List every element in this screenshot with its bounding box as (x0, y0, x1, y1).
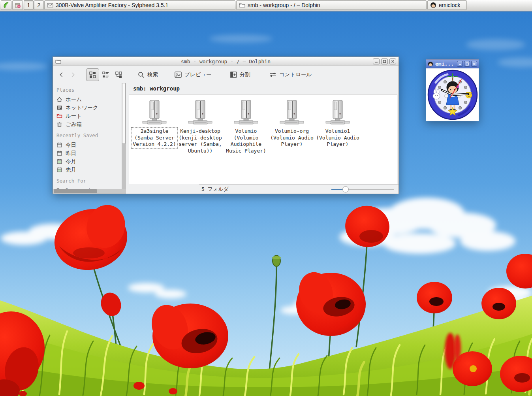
workspace-1-label: 1 (27, 2, 30, 8)
samba-server-icon (142, 98, 167, 126)
tree-view-button[interactable] (112, 68, 125, 81)
split-icon (230, 72, 237, 78)
back-button[interactable] (57, 70, 66, 80)
details-view-button[interactable] (99, 68, 112, 81)
close-button[interactable] (389, 58, 396, 64)
window-title: emi... (435, 61, 454, 67)
file-item-volumio-org[interactable]: Volumio-org (Volumio Audio Player) (269, 98, 315, 148)
taskbar-item-label: smb - workgroup - / – Dolphin (248, 2, 320, 8)
sidebar-item-label: 今月 (66, 158, 76, 165)
preview-label: プレビュー (184, 71, 212, 78)
file-item-volumio1[interactable]: Volumio1 (Volumio Audio Player) (315, 98, 361, 148)
scrollbar-thumb[interactable] (54, 189, 97, 193)
file-view[interactable]: 2a3single (Samba Server Version 4.2.2) K… (129, 94, 397, 184)
package-icon (14, 2, 21, 9)
places-panel: Places ホーム ネットワーク ルート ごみ箱 Recently (53, 83, 122, 194)
workspace-2-button[interactable]: 2 (34, 0, 44, 10)
workspace-2-label: 2 (38, 2, 41, 8)
file-item-label: 2a3single (Samba Server Version 4.2.2) (132, 128, 177, 148)
window-title: smb - workgroup - / – Dolphin (53, 58, 399, 64)
samba-server-icon (233, 98, 259, 126)
calendar-icon (56, 142, 62, 148)
sidebar-item-label: 先月 (66, 166, 76, 173)
minimize-button[interactable] (373, 58, 380, 64)
sidebar-item-label: ルート (66, 113, 82, 120)
sidebar-item-label: 昨日 (66, 150, 76, 157)
scrollbar-thumb[interactable] (122, 83, 126, 144)
taskbar-item-dolphin[interactable]: smb - workgroup - / – Dolphin (236, 0, 427, 10)
sidebar-item-home[interactable]: ホーム (56, 95, 122, 104)
taskbar-item-sylpheed[interactable]: 300B-Valve Amplifier Factory - Sylpheed … (44, 0, 235, 10)
sidebar-item-trash[interactable]: ごみ箱 (56, 120, 122, 128)
network-icon (56, 105, 62, 111)
recently-saved-header: Recently Saved (56, 132, 122, 138)
slider-handle[interactable] (342, 186, 349, 192)
file-item-2a3single[interactable]: 2a3single (Samba Server Version 4.2.2) (132, 98, 177, 148)
calendar-icon (56, 158, 62, 164)
minimize-button[interactable] (457, 61, 463, 67)
sidebar-item-label: 今日 (66, 141, 76, 149)
root-folder-icon (56, 113, 62, 119)
chevron-left-icon (59, 71, 63, 78)
maximize-button[interactable] (381, 58, 388, 64)
preview-button[interactable]: プレビュー (172, 71, 214, 79)
emiclock-titlebar[interactable]: emi... (426, 60, 479, 68)
status-text: 5 フォルダ (201, 186, 229, 193)
sidebar-item-yesterday[interactable]: 昨日 (56, 149, 122, 157)
desktop: 1 2 300B-Valve Amplifier Factory - Sylph… (0, 0, 532, 396)
location-bar[interactable]: smb: workgroup (126, 83, 399, 94)
home-icon (56, 96, 62, 102)
sidebar-item-label: ごみ箱 (66, 121, 82, 128)
samba-server-icon (279, 98, 305, 126)
icons-view-icon (89, 72, 96, 78)
maximize-button[interactable] (464, 61, 470, 67)
calendar-icon (56, 167, 62, 173)
dolphin-titlebar[interactable]: smb - workgroup - / – Dolphin (53, 57, 399, 66)
details-view-icon (102, 72, 109, 78)
close-button[interactable] (471, 61, 477, 67)
emiclock-face-icon (428, 61, 433, 67)
search-label: 検索 (147, 71, 158, 78)
file-item-label: Volumio (Volumio Audiophile Music Player… (223, 128, 269, 155)
sidebar-item-label: ホーム (66, 96, 82, 103)
file-item-volumio[interactable]: Volumio (Volumio Audiophile Music Player… (223, 98, 269, 155)
dolphin-toolbar: 検索 プレビュー 分割 コントロール (53, 66, 399, 83)
sidebar-item-network[interactable]: ネットワーク (56, 104, 122, 112)
sidebar-item-root[interactable]: ルート (56, 112, 122, 120)
samba-server-icon (188, 98, 213, 126)
packages-button[interactable] (12, 0, 23, 10)
icons-view-button[interactable] (86, 68, 99, 81)
emiclock-face-icon (430, 2, 436, 8)
folder-icon (55, 59, 61, 64)
emiclock-body (426, 68, 479, 121)
file-item-kenji-desktop[interactable]: Kenji-desktop (kenji-desktop server (Sam… (177, 98, 223, 155)
file-item-label: Volumio1 (Volumio Audio Player) (315, 128, 361, 148)
anime-clock (427, 69, 478, 121)
file-item-label: Volumio-org (Volumio Audio Player) (269, 128, 315, 148)
preview-icon (175, 72, 182, 78)
app-launcher-button[interactable] (1, 0, 11, 10)
sidebar-item-this-month[interactable]: 今月 (56, 157, 122, 166)
taskbar-item-label: 300B-Valve Amplifier Factory - Sylpheed … (56, 2, 168, 8)
control-label: コントロール (279, 71, 312, 78)
zoom-slider[interactable] (331, 186, 394, 193)
folder-icon (239, 2, 245, 8)
status-bar: 5 フォルダ (199, 184, 399, 194)
sidebar-item-today[interactable]: 今日 (56, 141, 122, 149)
split-button[interactable]: 分割 (227, 71, 253, 79)
forward-button[interactable] (69, 70, 77, 80)
control-button[interactable]: コントロール (267, 71, 314, 79)
search-for-header: Search For (56, 178, 122, 184)
sidebar-item-label: ネットワーク (66, 104, 98, 111)
workspace-1-button[interactable]: 1 (24, 0, 34, 10)
leaf-icon (3, 2, 10, 9)
sidebar-item-last-month[interactable]: 先月 (56, 166, 122, 174)
emiclock-window: emi... (426, 59, 479, 121)
taskbar-item-emiclock[interactable]: emiclock (427, 0, 467, 10)
sidebar-vertical-scrollbar[interactable] (122, 83, 126, 194)
search-button[interactable]: 検索 (135, 71, 160, 79)
control-icon (269, 72, 276, 78)
sidebar-horizontal-scrollbar[interactable] (53, 189, 126, 194)
calendar-icon (56, 150, 62, 156)
file-item-label: Kenji-desktop (kenji-desktop server (Sam… (177, 128, 223, 155)
